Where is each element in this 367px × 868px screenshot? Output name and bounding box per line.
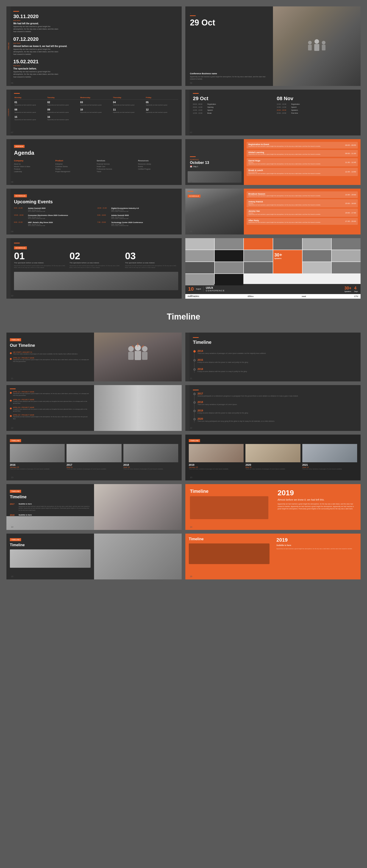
bottom-tl1-right-img: [94, 534, 182, 580]
upcoming-item-1-3: 8:00 - 21:00 NRF: Retail's Big Show 2020…: [14, 221, 95, 226]
svg-rect-2: [308, 45, 312, 51]
tl-entry-1: WE START | January 01 There are many var…: [10, 351, 91, 355]
svg-rect-10: [135, 351, 141, 360]
slide-num-4: 07: [190, 131, 192, 134]
tl-text1-title: Timeline: [193, 340, 356, 345]
bottom-tl2-left: Timeline: [185, 534, 273, 580]
slide-photos-1: TIMELINE 2016 January 25 There are many …: [6, 435, 182, 480]
agenda-head-3: Services: [97, 159, 136, 162]
slide-num-5: 08: [11, 181, 13, 183]
sched-row-1-2: 09:00 - 12:00 Opening: [193, 106, 274, 108]
upcoming-item-2-3: 7:30 - 23:00 Technology Center 2020 Conf…: [97, 221, 178, 226]
slide-upcoming: SCHEDULE Upcoming Events 8:00 - 21:00 Ad…: [6, 189, 182, 235]
slide-calendar: CALENDAR Monday Tuesday Wednesday Thursd…: [6, 90, 182, 135]
date-1: 30.11.2020: [13, 13, 177, 20]
agenda-columns: Company About Us Mission Vision & Value …: [14, 159, 177, 173]
cal-fri: Friday: [145, 96, 178, 100]
people-cell-8: [215, 250, 244, 261]
sched-row-2-4: 20:00 - 22:00 Free time: [277, 112, 357, 114]
slides-grid-1: TIMELINE 30.11.2020 text here We had lef…: [0, 0, 367, 305]
calendar-table: Monday Tuesday Wednesday Thursday Friday…: [14, 96, 178, 122]
orange-divider-1: [13, 11, 19, 12]
people-cell-2: [215, 238, 244, 250]
people-cell-6: [332, 238, 361, 250]
event-right: Registration to Event Apparently we had …: [244, 139, 361, 185]
orange-divider-tl2: [10, 389, 16, 389]
cal-tue: Tuesday: [47, 96, 80, 100]
timeline-section-title: Timeline: [0, 312, 367, 321]
upcoming-col-2: 16:00 - 21:00 Digital Ecosystems Industr…: [97, 207, 178, 228]
bottom-tl1-left: TIMELINE Timeline: [6, 534, 94, 580]
people-cell-5: [303, 238, 332, 250]
crowd-img: [14, 272, 178, 290]
breakout-tag: SCHEDULE: [188, 195, 200, 197]
schedule-date-1: 29 Oct: [193, 96, 274, 101]
photo-img-1-2: [66, 444, 121, 462]
photo-1-3: 2018 June 12 There are many variations o…: [123, 444, 178, 470]
svg-rect-8: [128, 352, 134, 360]
upcoming-item-1-1: 8:00 - 21:00 Adobe Summit 2020Date: Janu…: [14, 207, 95, 212]
orange-tl-title: Timeline: [190, 489, 269, 494]
breakout-left: SCHEDULE: [185, 189, 244, 235]
conf-month: August: [196, 288, 201, 290]
slide-num-3: 07: [11, 131, 13, 134]
cal-mon: Monday: [14, 96, 47, 100]
partner-label: PARTNERS:: [188, 295, 200, 298]
our-timeline-tag: TIMELINE: [10, 338, 21, 341]
conf-subtitle: CONFERENCE: [206, 289, 225, 292]
partners-bar: PARTNERS: Ellitro neat CTV: [185, 294, 361, 299]
date-desc-1: Apparently we had reached a great height…: [13, 25, 59, 33]
schedule-date-2: 08 Nov: [277, 96, 357, 101]
our-timeline-title: Our Timeline: [10, 343, 91, 348]
svg-rect-12: [142, 352, 147, 360]
people-cell-7: [185, 250, 214, 261]
hallway-img: [94, 385, 182, 431]
conf-stat-days: 4 Days: [354, 286, 358, 292]
orange-divider-4: [193, 93, 199, 94]
slide-num-tl1: 11: [11, 377, 13, 379]
orange-divider-9: [14, 243, 20, 243]
photo-img-2-3: [302, 444, 357, 462]
conf-main-title: UI/UX: [206, 286, 225, 289]
tl-text1-title: Timeline: [10, 495, 91, 499]
date-desc-2: Apparently we had reached a great height…: [13, 48, 59, 56]
people-cell-17: [185, 274, 214, 285]
date-2: 07.12.2020: [13, 36, 177, 42]
tl-vertical-1: 2014 There are many variations of passag…: [193, 349, 356, 373]
agenda-head-2: Product: [55, 159, 94, 162]
agenda-col-4: Resources Resources Library Events Certi…: [138, 159, 177, 173]
photo-1-1: 2016 January 25 There are many variation…: [10, 444, 65, 470]
our-timeline-img: [94, 333, 182, 381]
slide-num-bottom-tl2: 15: [190, 575, 192, 578]
slide-num-photos2: 13: [190, 476, 192, 478]
people-mosaic: 30+ Speakers: [185, 238, 361, 284]
slide-bottom-tl1: TIMELINE Timeline 15: [6, 534, 182, 580]
upcoming-col-1: 8:00 - 21:00 Adobe Summit 2020Date: Janu…: [14, 207, 95, 228]
cal-row-2: 08Apparently we had reached a great 09Ap…: [14, 107, 178, 114]
slide-num-tl-text2: 12: [190, 427, 192, 429]
partner-2: neat: [302, 295, 306, 298]
orange-tl-desc: Apparently we had reached a great height…: [278, 503, 356, 510]
slide-our-timeline: TIMELINE Our Timeline WE START | January…: [6, 333, 182, 381]
agenda-title: Agenda: [14, 150, 177, 156]
people-cell-12: [185, 262, 214, 274]
date-title-3: The spectacle before.: [13, 67, 177, 70]
partner-1: Ellitro: [248, 295, 254, 298]
slide-num-9: 10: [11, 294, 13, 297]
date-label-3: text here: [13, 65, 177, 67]
tl2-entry-1: April 02 > Project name Apparently we ha…: [10, 391, 91, 397]
slide-schedule: 29 Oct 08:00 - 09:00 Registration 09:00 …: [185, 90, 361, 135]
bottom-tl2-right: 2019 Subtitle is here Apparently we had …: [273, 534, 361, 580]
slide-num-photos1: 13: [11, 476, 13, 478]
slide-bottom-tl2: Timeline 2019 Subtitle is here Apparentl…: [185, 534, 361, 580]
agenda-head-4: Resources: [138, 159, 177, 162]
photos-grid-2: 2019 January 25 There are many variation…: [189, 444, 357, 470]
schedule-col-1: 29 Oct 08:00 - 09:00 Registration 09:00 …: [193, 96, 274, 115]
page-wrapper: TIMELINE 30.11.2020 text here We had lef…: [0, 0, 367, 586]
tl-text1-bottom-img: [6, 516, 94, 530]
num-item-3: 03 The spectacle before us was indeed. A…: [125, 251, 178, 269]
sched-row-1-4: 12:30 - 13:00 Break: [193, 112, 274, 114]
tl-vertical-2: 2017 Several participants or a milestone…: [193, 392, 356, 423]
orange-tl-right: 2019 Almost before we knew it, we had le…: [273, 484, 361, 530]
date-title-1: We had left the ground.: [13, 22, 177, 25]
